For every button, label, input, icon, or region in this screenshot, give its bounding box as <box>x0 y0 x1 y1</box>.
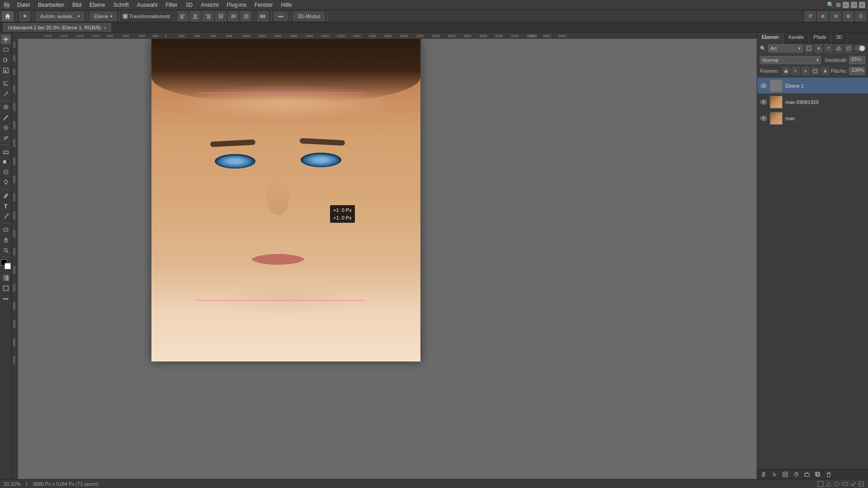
fill-input[interactable]: 100% <box>849 67 865 75</box>
menu-schrift[interactable]: Schrift <box>110 1 132 9</box>
shape-tool[interactable] <box>1 225 11 235</box>
dodge-tool[interactable] <box>1 178 11 188</box>
arrange-icon[interactable]: ⧉ <box>830 11 841 21</box>
opacity-input[interactable]: 65% <box>849 56 865 64</box>
rotate-icon[interactable]: ↺ <box>805 11 816 21</box>
layer-item-man[interactable]: man <box>757 110 868 127</box>
menu-plugins[interactable]: Plug-ins <box>223 1 250 9</box>
tab-kanaele[interactable]: Kanäle <box>784 33 809 43</box>
lock-all-button[interactable] <box>821 67 829 75</box>
lock-position-button[interactable] <box>802 67 810 75</box>
lasso-tool[interactable] <box>1 55 11 65</box>
menu-3d[interactable]: 3D <box>182 1 196 9</box>
snap-icon[interactable]: ⊕ <box>817 11 828 21</box>
add-layer-style-button[interactable]: fx <box>770 471 779 478</box>
add-mask-button[interactable] <box>781 471 790 478</box>
guides-icon[interactable]: ⊞ <box>843 11 854 21</box>
tab-3d[interactable]: 3D <box>831 33 847 43</box>
layer-item-ebene1[interactable]: Ebene 1 <box>757 78 868 94</box>
home-button[interactable] <box>2 11 14 21</box>
align-left-button[interactable] <box>177 11 188 21</box>
crop-tool[interactable] <box>1 79 11 89</box>
document-tab-close[interactable]: × <box>104 25 106 30</box>
foreground-background-colors[interactable] <box>1 259 11 269</box>
status-icon-6[interactable] <box>858 481 864 487</box>
zoom-tool[interactable] <box>1 245 11 255</box>
status-icon-4[interactable] <box>842 481 848 487</box>
align-right-button[interactable] <box>203 11 213 21</box>
filter-adjustment-button[interactable] <box>815 44 823 52</box>
add-group-button[interactable] <box>802 471 811 478</box>
move-tool-options[interactable]: ✥ <box>19 11 30 21</box>
close-button[interactable]: × <box>859 2 865 8</box>
menu-hilfe[interactable]: Hilfe <box>278 1 296 9</box>
layer-visibility-ebene1[interactable] <box>760 82 767 89</box>
menu-bild[interactable]: Bild <box>69 1 85 9</box>
pen-tool[interactable] <box>1 191 11 201</box>
layer-dropdown[interactable]: Ebene ▾ <box>90 12 117 21</box>
menu-bearbeiten[interactable]: Bearbeiten <box>34 1 68 9</box>
quick-mask-toggle[interactable] <box>1 273 11 283</box>
lock-artboard-button[interactable] <box>811 67 819 75</box>
status-icon-3[interactable] <box>834 481 840 487</box>
lock-transparent-button[interactable] <box>782 67 790 75</box>
link-layers-button[interactable] <box>759 471 768 478</box>
object-selection-tool[interactable] <box>1 66 11 75</box>
move-tool[interactable] <box>1 34 11 44</box>
status-icon-1[interactable] <box>817 481 824 487</box>
distribute-h-button[interactable] <box>257 11 268 21</box>
blur-tool[interactable] <box>1 167 11 177</box>
filter-smartobj-button[interactable] <box>844 44 853 52</box>
canvas-viewport[interactable]: +1: 0 Px +1: 0 Px <box>18 39 757 479</box>
auto-select-dropdown[interactable]: Autom. auswä... ▾ <box>36 12 84 21</box>
align-center-v-button[interactable] <box>228 11 239 21</box>
clone-stamp-tool[interactable] <box>1 123 11 133</box>
path-select-tool[interactable] <box>1 211 11 221</box>
menu-datei[interactable]: Datei <box>14 1 33 9</box>
lock-image-button[interactable] <box>792 67 800 75</box>
layer-item-man-photo[interactable]: man-59081920 <box>757 94 868 110</box>
search-icon[interactable]: 🔍 <box>827 1 834 8</box>
background-color[interactable] <box>5 263 11 269</box>
healing-brush-tool[interactable] <box>1 102 11 112</box>
tab-ebenen[interactable]: Ebenen <box>757 33 784 43</box>
3d-mode-button[interactable]: 3D-Modus <box>293 12 325 21</box>
menu-filter[interactable]: Filter <box>162 1 181 9</box>
more-options-button[interactable]: ••• <box>274 12 288 21</box>
align-bottom-button[interactable] <box>241 11 251 21</box>
filter-pixel-button[interactable] <box>805 44 813 52</box>
app-home-icon[interactable]: Ps <box>3 1 11 9</box>
tab-pfade[interactable]: Pfade <box>809 33 831 43</box>
history-brush-tool[interactable] <box>1 133 11 143</box>
text-tool[interactable]: T <box>1 201 11 211</box>
align-center-h-button[interactable] <box>190 11 201 21</box>
add-adjustment-button[interactable] <box>792 471 801 478</box>
maximize-button[interactable]: □ <box>851 2 857 8</box>
menu-auswahl[interactable]: Auswahl <box>133 1 161 9</box>
new-layer-button[interactable] <box>813 471 822 478</box>
eraser-tool[interactable] <box>1 146 11 156</box>
extra-tools[interactable]: ••• <box>1 294 11 304</box>
marquee-tool[interactable] <box>1 45 11 55</box>
menu-ansicht[interactable]: Ansicht <box>197 1 222 9</box>
menu-fenster[interactable]: Fenster <box>251 1 277 9</box>
layer-filter-toggle[interactable] <box>854 45 865 52</box>
brush-tool[interactable] <box>1 113 11 122</box>
delete-layer-button[interactable] <box>824 471 833 478</box>
filter-text-button[interactable]: T <box>825 44 833 52</box>
status-icon-2[interactable] <box>826 481 832 487</box>
menu-ebene[interactable]: Ebene <box>86 1 109 9</box>
layer-kind-dropdown[interactable]: Art ▾ <box>768 44 803 52</box>
layer-visibility-man-photo[interactable] <box>760 99 767 106</box>
canvas-area[interactable]: -1600 -1400 -1200 -1000 -800 -600 -400 -… <box>12 33 757 479</box>
transform-controls-toggle[interactable]: Transformationsstr. <box>123 14 172 19</box>
blend-mode-dropdown[interactable]: Normal ▾ <box>760 56 821 64</box>
gradient-tool[interactable] <box>1 157 11 167</box>
workspace-switcher[interactable]: ⊞ <box>836 1 841 8</box>
status-icon-5[interactable] <box>850 481 856 487</box>
document-tab[interactable]: Unbenannt-1 bei 20,3% (Ebene 1, RGB/8) × <box>3 23 111 32</box>
layer-visibility-man[interactable] <box>760 115 767 122</box>
filter-shape-button[interactable] <box>835 44 843 52</box>
extras-icon[interactable]: ⊡ <box>855 11 866 21</box>
eyedropper-tool[interactable] <box>1 89 11 99</box>
